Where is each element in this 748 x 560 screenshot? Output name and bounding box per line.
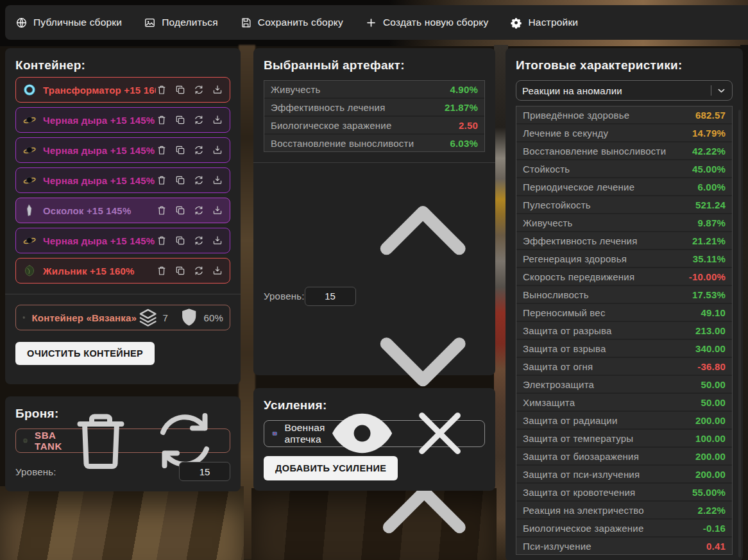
copy-icon[interactable] <box>174 265 186 276</box>
refresh-icon[interactable] <box>193 114 205 126</box>
artifact-item-actions <box>156 205 223 216</box>
summary-stat-row: Реакция на электричество2.22% <box>516 502 732 518</box>
stat-label: Скорость передвижения <box>523 271 634 282</box>
boosts-panel: Усиления: Военная аптечка ДОБАВИТЬ УСИЛЕ… <box>253 388 495 491</box>
container-artifact-item[interactable]: Жильник +15 160% <box>15 258 230 284</box>
copy-icon[interactable] <box>174 84 186 96</box>
refresh-icon[interactable] <box>193 235 205 246</box>
trash-icon[interactable] <box>156 144 167 156</box>
summary-stat-row: Периодическое лечение6.00% <box>516 178 732 195</box>
chevron-up-icon[interactable] <box>361 171 485 295</box>
download-icon[interactable] <box>212 114 223 126</box>
trash-icon[interactable] <box>156 235 167 246</box>
stat-label: Защита от огня <box>523 361 593 372</box>
armor-level-input[interactable] <box>179 462 230 481</box>
summary-scrollbar[interactable] <box>738 110 741 557</box>
armor-item[interactable]: SBA TANK <box>15 428 230 453</box>
summary-stat-row: Биологическое заражение-0.16 <box>516 520 732 536</box>
stat-label: Пулестойкость <box>523 199 591 210</box>
download-icon[interactable] <box>212 235 223 246</box>
trash-icon[interactable] <box>156 265 167 276</box>
clear-container-button[interactable]: ОЧИСТИТЬ КОНТЕЙНЕР <box>15 342 155 365</box>
summary-stat-row: Скорость передвижения-10.00% <box>516 268 732 285</box>
container-protection-value: 60% <box>203 312 223 323</box>
summary-filter-value: Реакции на аномалии <box>522 85 707 96</box>
artifact-item-name: Жильник +15 160% <box>43 266 156 276</box>
toolbar-item-5[interactable]: Настройки <box>510 17 578 29</box>
refresh-icon[interactable] <box>193 174 205 186</box>
zhilnik-artifact-icon <box>22 264 37 278</box>
trash-icon[interactable] <box>156 174 167 186</box>
stat-value: 2.50 <box>459 120 478 131</box>
summary-stat-row: Защита от огня-36.80 <box>516 358 732 375</box>
stat-label: Приведённое здоровье <box>523 110 629 121</box>
copy-icon[interactable] <box>174 174 186 186</box>
artifact-item-name: Трансформатор +15 160% <box>43 85 156 96</box>
toolbar-item-2[interactable]: Поделиться <box>144 17 218 29</box>
stat-label: Защита от кровотечения <box>523 487 635 498</box>
container-icon <box>22 310 25 325</box>
shield-icon <box>178 306 200 328</box>
add-boost-button[interactable]: ДОБАВИТЬ УСИЛЕНИЕ <box>264 456 398 480</box>
container-artifact-item[interactable]: Черная дыра +15 145% <box>15 107 230 133</box>
toolbar-item-3[interactable]: Сохранить сборку <box>240 17 343 29</box>
refresh-icon[interactable] <box>193 205 205 216</box>
copy-icon[interactable] <box>174 235 186 246</box>
trash-icon[interactable] <box>156 205 167 216</box>
container-artifact-item[interactable]: Черная дыра +15 145% <box>15 167 230 193</box>
toolbar-item-label: Настройки <box>528 17 578 28</box>
stat-value: 200.00 <box>695 451 726 462</box>
toolbar-item-label: Поделиться <box>162 17 218 28</box>
stat-value: 45.00% <box>692 164 726 174</box>
summary-filter-dropdown[interactable]: Реакции на аномалии <box>516 80 733 101</box>
download-icon[interactable] <box>212 84 223 96</box>
refresh-icon[interactable] <box>193 84 205 96</box>
container-artifact-item[interactable]: Осколок +15 145% <box>15 198 230 223</box>
download-icon[interactable] <box>212 205 223 216</box>
artifact-item-name: Осколок +15 145% <box>43 205 156 216</box>
stat-label: Защита от пси-излучения <box>523 469 640 480</box>
toolbar-item-1[interactable]: Публичные сборки <box>15 17 122 29</box>
level-input[interactable] <box>305 287 356 306</box>
container-bag-item[interactable]: Контейнер «Вязанка» 7 60% <box>15 305 230 330</box>
container-artifact-item[interactable]: Черная дыра +15 145% <box>15 137 230 163</box>
stat-value: 2.22% <box>697 505 726 516</box>
artifact-item-actions <box>156 235 223 246</box>
summary-stat-row: Защита от радиации200.00 <box>516 412 732 428</box>
toolbar-item-label: Сохранить сборку <box>258 17 343 28</box>
trash-icon[interactable] <box>62 402 139 479</box>
container-artifact-item[interactable]: Черная дыра +15 145% <box>15 228 230 253</box>
stat-label: Защита от разрыва <box>523 325 611 336</box>
stat-value: 50.00 <box>701 379 726 390</box>
stat-value: 6.03% <box>450 138 478 149</box>
refresh-icon[interactable] <box>193 144 205 156</box>
stat-label: Электрозащита <box>523 379 594 390</box>
container-artifact-item[interactable]: Трансформатор +15 160% <box>15 77 230 103</box>
stat-value: 213.00 <box>695 325 726 336</box>
summary-panel: Итоговые характеристики: Реакции на аном… <box>506 48 743 560</box>
refresh-icon[interactable] <box>193 265 205 276</box>
toolbar-item-4[interactable]: Создать новую сборку <box>365 17 489 29</box>
trash-icon[interactable] <box>156 114 167 126</box>
stat-label: Защита от температуры <box>523 433 633 444</box>
copy-icon[interactable] <box>174 205 186 216</box>
download-icon[interactable] <box>212 144 223 156</box>
armor-panel: Броня: SBA TANK Уровень: <box>5 396 241 491</box>
stat-value: 100.00 <box>695 433 726 444</box>
download-icon[interactable] <box>212 265 223 276</box>
container-item-list: Трансформатор +15 160%Черная дыра +15 14… <box>15 77 230 284</box>
summary-stat-row: Защита от разрыва213.00 <box>516 322 732 339</box>
download-icon[interactable] <box>212 174 223 186</box>
stat-value: -36.80 <box>697 361 726 372</box>
stat-value: 682.57 <box>695 110 726 121</box>
blackhole-artifact-icon <box>22 113 37 127</box>
boost-item[interactable]: Военная аптечка <box>264 420 485 447</box>
trash-icon[interactable] <box>156 84 167 96</box>
stat-label: Стойкость <box>523 164 570 174</box>
copy-icon[interactable] <box>174 114 186 126</box>
summary-stat-row: Лечение в секунду14.79% <box>516 124 732 141</box>
close-icon[interactable] <box>403 396 477 470</box>
copy-icon[interactable] <box>174 144 186 156</box>
artifact-item-name: Черная дыра +15 145% <box>43 115 156 126</box>
artifact-stat-row: Восстановление выносливости6.03% <box>264 135 484 151</box>
